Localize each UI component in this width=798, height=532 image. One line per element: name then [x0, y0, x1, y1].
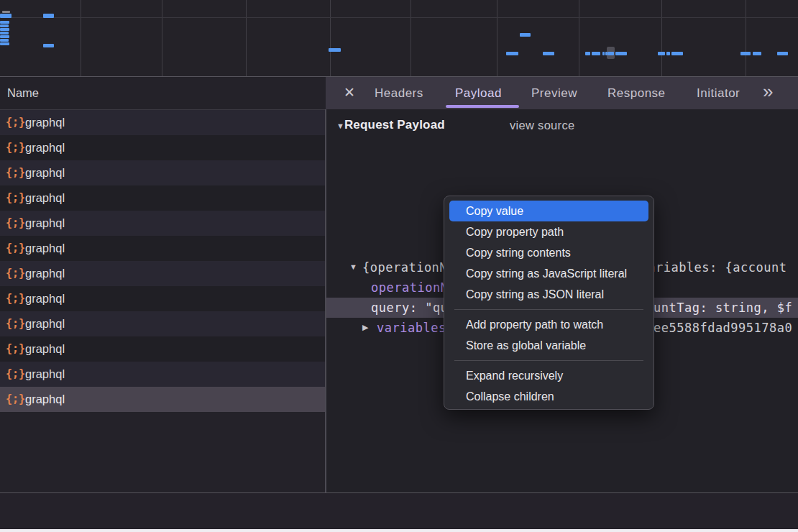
waterfall-request-bar[interactable] [777, 52, 788, 55]
request-payload-header[interactable]: ▼Request Payload [336, 117, 445, 133]
name-column-header[interactable]: Name [0, 77, 326, 110]
waterfall-request-bar[interactable] [0, 28, 9, 31]
request-payload-title: Request Payload [344, 118, 445, 132]
waterfall-request-bar[interactable] [0, 42, 9, 45]
window-bottom-edge [0, 529, 798, 532]
request-row[interactable]: {;}graphql [0, 387, 326, 412]
waterfall-request-bar[interactable] [592, 52, 600, 55]
status-footer [0, 492, 798, 530]
waterfall-request-bar[interactable] [0, 35, 9, 38]
waterfall-request-bar[interactable] [0, 24, 9, 27]
fetch-braces-icon: {;} [6, 387, 25, 412]
tab-preview[interactable]: Preview [531, 77, 577, 109]
view-source-link[interactable]: view source [510, 117, 574, 133]
timeline-gridline [81, 0, 81, 76]
menu-item-copy-string-as-javascript-literal[interactable]: Copy string as JavaScript literal [449, 263, 648, 284]
waterfall-request-bar[interactable] [520, 33, 531, 37]
waterfall-request-bar[interactable] [0, 21, 9, 24]
fetch-braces-icon: {;} [6, 211, 25, 236]
timeline-gridline [246, 0, 247, 76]
request-row[interactable]: {;}graphql [0, 261, 326, 286]
waterfall-request-bar[interactable] [740, 52, 751, 55]
request-row[interactable]: {;}graphql [0, 110, 326, 135]
request-row[interactable]: {;}graphql [0, 185, 326, 211]
request-list: {;}graphql{;}graphql{;}graphql{;}graphql… [0, 110, 326, 492]
tab-payload[interactable]: Payload [455, 77, 502, 109]
request-name: graphql [25, 160, 65, 185]
devtools-network-panel: Name ✕ » HeadersPayloadPreviewResponseIn… [0, 0, 798, 532]
request-row[interactable]: {;}graphql [0, 286, 326, 311]
waterfall-request-bar[interactable] [506, 52, 518, 55]
query-text-right: untTag: string, $f [653, 298, 792, 318]
waterfall-request-bar[interactable] [0, 32, 9, 35]
waterfall-request-bar[interactable] [329, 48, 341, 52]
menu-item-collapse-children[interactable]: Collapse children [449, 386, 648, 407]
request-name: graphql [25, 185, 65, 211]
timeline-gridline [162, 0, 162, 76]
tab-response[interactable]: Response [607, 77, 666, 109]
waterfall-request-bar[interactable] [43, 14, 54, 18]
waterfall-request-bar[interactable] [671, 52, 683, 55]
fetch-braces-icon: {;} [6, 336, 25, 362]
menu-item-copy-value[interactable]: Copy value [449, 201, 648, 221]
menu-item-copy-property-path[interactable]: Copy property path [449, 221, 648, 242]
menu-separator [454, 360, 643, 361]
waterfall-request-bar[interactable] [615, 52, 627, 55]
timeline-gridline [330, 0, 331, 76]
menu-item-copy-string-contents[interactable]: Copy string contents [449, 242, 648, 263]
timeline-gridline [579, 0, 579, 76]
fetch-braces-icon: {;} [6, 236, 25, 261]
waterfall-request-bar[interactable] [666, 52, 670, 55]
menu-item-expand-recursively[interactable]: Expand recursively [449, 365, 648, 386]
request-name: graphql [25, 286, 65, 311]
tab-initiator[interactable]: Initiator [697, 77, 740, 109]
fetch-braces-icon: {;} [6, 286, 25, 311]
request-name: graphql [25, 211, 65, 236]
request-row[interactable]: {;}graphql [0, 336, 326, 362]
request-name: graphql [25, 261, 65, 286]
fetch-braces-icon: {;} [6, 185, 25, 211]
variables-key: variables [377, 318, 446, 338]
timeline-gridline [661, 0, 662, 76]
request-row[interactable]: {;}graphql [0, 236, 326, 261]
waterfall-request-bar[interactable] [43, 44, 54, 47]
waterfall-request-bar[interactable] [607, 52, 614, 55]
name-column-label: Name [7, 77, 39, 109]
overflow-tabs-icon[interactable]: » [763, 76, 773, 109]
waterfall-request-bar[interactable] [0, 39, 9, 42]
waterfall-request-bar[interactable] [658, 52, 665, 55]
timeline-row-divider [0, 17, 798, 18]
request-row[interactable]: {;}graphql [0, 311, 326, 336]
expand-triangle-icon[interactable]: ▼ [349, 257, 357, 278]
menu-item-store-as-global-variable[interactable]: Store as global variable [449, 335, 648, 356]
request-row[interactable]: {;}graphql [0, 135, 326, 160]
waterfall-request-bar[interactable] [753, 52, 761, 55]
waterfall-request-bar[interactable] [0, 14, 12, 18]
waterfall-request-bar[interactable] [602, 52, 605, 55]
variables-preview-right: ee5588fdad995178a0 [653, 318, 792, 338]
waterfall-request-bar[interactable] [543, 52, 554, 55]
waterfall-request-bar[interactable] [2, 11, 10, 13]
timeline-gridline [411, 0, 411, 76]
request-name: graphql [25, 135, 65, 160]
tab-headers[interactable]: Headers [375, 77, 423, 109]
expand-triangle-icon[interactable]: ▶ [362, 318, 368, 338]
menu-item-add-property-path-to-watch[interactable]: Add property path to watch [449, 314, 648, 335]
menu-separator [454, 309, 643, 310]
detail-tabbar: ✕ » HeadersPayloadPreviewResponseInitiat… [326, 77, 798, 109]
fetch-braces-icon: {;} [6, 135, 25, 160]
network-overview-timeline[interactable] [0, 0, 798, 77]
request-name: graphql [25, 387, 65, 412]
request-row[interactable]: {;}graphql [0, 211, 326, 236]
collapse-triangle-icon[interactable]: ▼ [336, 121, 344, 130]
fetch-braces-icon: {;} [6, 311, 25, 336]
close-icon[interactable]: ✕ [341, 77, 357, 109]
menu-item-copy-string-as-json-literal[interactable]: Copy string as JSON literal [449, 284, 648, 305]
waterfall-request-bar[interactable] [585, 52, 590, 55]
request-row[interactable]: {;}graphql [0, 160, 326, 185]
timeline-gridline [497, 0, 497, 76]
request-name: graphql [25, 311, 65, 336]
request-name: graphql [25, 362, 65, 387]
request-name: graphql [25, 110, 65, 135]
request-row[interactable]: {;}graphql [0, 362, 326, 387]
